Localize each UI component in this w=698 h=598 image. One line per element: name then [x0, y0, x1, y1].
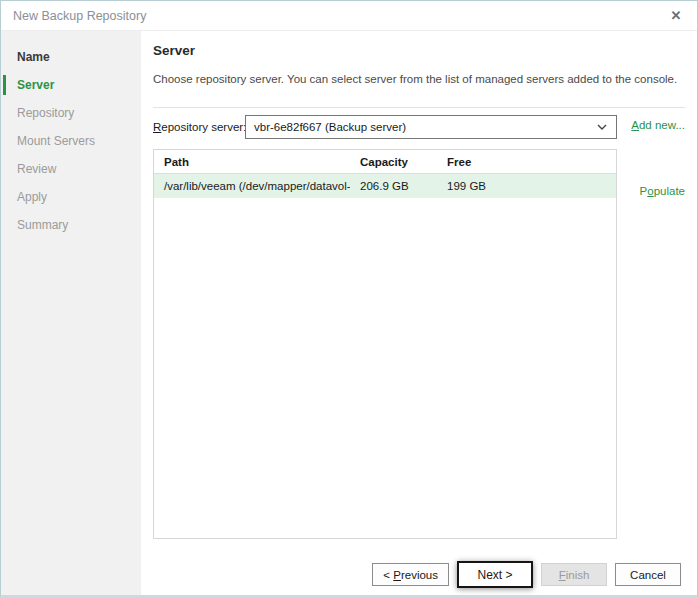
page-title: Server: [153, 43, 195, 58]
step-label: Summary: [17, 218, 68, 232]
previous-button[interactable]: < Previous: [372, 563, 449, 586]
table-row[interactable]: /var/lib/veeam (/dev/mapper/datavol-... …: [154, 174, 616, 198]
step-label: Apply: [17, 190, 47, 204]
sidebar-item-summary[interactable]: Summary: [1, 211, 141, 239]
step-label: Name: [17, 50, 50, 64]
repository-server-label: Repository server:: [153, 115, 246, 139]
column-header-path[interactable]: Path: [154, 150, 350, 173]
page-description: Choose repository server. You can select…: [153, 73, 677, 85]
step-label: Review: [17, 162, 56, 176]
table-header-row: Path Capacity Free: [154, 150, 616, 174]
cell-free: 199 GB: [437, 174, 616, 198]
step-label: Repository: [17, 106, 74, 120]
active-step-indicator: [3, 75, 6, 95]
next-button[interactable]: Next >: [457, 561, 533, 588]
populate-link[interactable]: Populate: [640, 185, 685, 197]
new-backup-repository-dialog: New Backup Repository ✕ Name Server Repo…: [0, 0, 698, 598]
cell-path: /var/lib/veeam (/dev/mapper/datavol-...: [154, 174, 350, 198]
column-header-free[interactable]: Free: [437, 150, 616, 173]
title-bar: New Backup Repository ✕: [1, 1, 697, 31]
window-title: New Backup Repository: [13, 9, 146, 23]
repository-server-dropdown[interactable]: vbr-6e82f667 (Backup server): [245, 115, 617, 139]
column-header-capacity[interactable]: Capacity: [350, 150, 437, 173]
chevron-down-icon: [596, 123, 610, 131]
step-label: Mount Servers: [17, 134, 95, 148]
sidebar-item-name[interactable]: Name: [1, 43, 141, 71]
step-label: Server: [17, 78, 54, 92]
sidebar-item-repository[interactable]: Repository: [1, 99, 141, 127]
cell-capacity: 206.9 GB: [350, 174, 437, 198]
finish-button: Finish: [541, 563, 607, 586]
sidebar-item-apply[interactable]: Apply: [1, 183, 141, 211]
close-icon[interactable]: ✕: [665, 5, 687, 27]
cancel-button[interactable]: Cancel: [615, 563, 681, 586]
sidebar-item-server[interactable]: Server: [1, 71, 141, 99]
step-content: Server Choose repository server. You can…: [141, 31, 697, 595]
repository-paths-table: Path Capacity Free /var/lib/veeam (/dev/…: [153, 149, 617, 539]
header-divider: [153, 107, 685, 108]
repository-server-row: Repository server: vbr-6e82f667 (Backup …: [153, 115, 685, 139]
dialog-body: Name Server Repository Mount Servers Rev…: [1, 31, 697, 595]
dropdown-selected-value: vbr-6e82f667 (Backup server): [254, 121, 596, 133]
add-new-link[interactable]: Add new...: [631, 119, 685, 131]
sidebar-item-mount-servers[interactable]: Mount Servers: [1, 127, 141, 155]
wizard-steps-sidebar: Name Server Repository Mount Servers Rev…: [1, 31, 141, 595]
wizard-footer: < Previous Next > Finish Cancel: [372, 561, 681, 588]
sidebar-item-review[interactable]: Review: [1, 155, 141, 183]
